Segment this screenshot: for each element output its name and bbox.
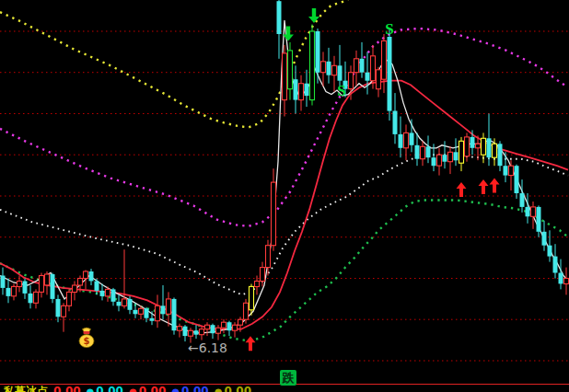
- candle: [277, 0, 282, 59]
- candle: [134, 303, 138, 318]
- value-dot-icon: ●: [215, 386, 223, 392]
- candle: [437, 148, 442, 176]
- candle: [205, 322, 210, 336]
- candle: [261, 262, 265, 287]
- candle: [12, 284, 17, 301]
- candle: [167, 292, 171, 326]
- candle: [95, 279, 99, 295]
- candle: [84, 271, 88, 290]
- candle: [553, 244, 558, 278]
- candle: [62, 303, 66, 331]
- candle: [23, 279, 28, 299]
- indicator-status-bar: 私募冰点0.00●0.00●0.00●0.00●0.00: [4, 386, 262, 392]
- indicator-value: 0.00: [96, 385, 123, 392]
- candle: [244, 299, 249, 324]
- indicator-name-label: 私募冰点: [4, 385, 48, 392]
- candle: [200, 327, 204, 340]
- indicator-value: 0.00: [53, 385, 81, 392]
- candle: [1, 268, 6, 295]
- candle: [117, 294, 122, 311]
- candle: [520, 179, 525, 213]
- candlestick-chart[interactable]: SS$←6.18: [0, 0, 569, 392]
- candle: [548, 230, 552, 261]
- price-annotation-label: ←6.18: [188, 340, 227, 355]
- candle: [299, 75, 304, 111]
- buy-arrow-icon: [246, 336, 256, 351]
- candle: [172, 297, 177, 334]
- candle: [29, 285, 33, 308]
- indicator-value: 0.00: [139, 385, 167, 392]
- candle: [161, 285, 166, 319]
- candle: [122, 249, 127, 308]
- candle: [393, 93, 398, 144]
- sell-s-marker: S: [385, 20, 393, 38]
- candle: [51, 273, 55, 304]
- candle: [504, 152, 508, 182]
- indicator-values: 0.00●0.00●0.00●0.00●0.00: [53, 385, 257, 392]
- candle: [73, 282, 77, 301]
- candle: [233, 322, 238, 337]
- sell-arrow-icon: [308, 8, 319, 23]
- value-dot-icon: ●: [129, 386, 137, 392]
- candle: [294, 65, 298, 113]
- candle: [366, 52, 370, 94]
- indicator-value: 0.00: [224, 385, 251, 392]
- candle: [410, 120, 414, 153]
- buy-arrow-icon: [457, 182, 467, 197]
- indicator-value: 0.00: [181, 385, 209, 392]
- candle: [382, 34, 387, 93]
- candle: [321, 52, 326, 86]
- value-dot-icon: ●: [87, 386, 95, 392]
- candle: [526, 193, 530, 224]
- candle: [156, 294, 160, 328]
- candle: [332, 56, 337, 92]
- candle: [459, 137, 464, 171]
- candle: [111, 288, 116, 306]
- candle: [45, 271, 50, 294]
- candle: [388, 29, 392, 121]
- candle: [487, 114, 492, 167]
- candle: [216, 325, 221, 340]
- fall-status-flag: 跌: [280, 370, 296, 386]
- candle: [211, 324, 215, 339]
- candle: [377, 67, 381, 98]
- candle: [67, 289, 72, 311]
- buy-arrow-icon: [479, 179, 489, 194]
- candle: [150, 311, 155, 325]
- candle: [178, 324, 182, 338]
- candle: [399, 117, 403, 158]
- value-dot-icon: ●: [171, 386, 180, 392]
- candle: [448, 146, 453, 174]
- candle: [106, 286, 110, 302]
- candle: [354, 51, 359, 86]
- candle: [17, 276, 22, 293]
- candle: [283, 45, 287, 117]
- candle: [415, 133, 420, 166]
- candle: [56, 294, 61, 322]
- candle: [194, 325, 199, 339]
- money-bag-icon: $: [79, 328, 94, 348]
- candle: [537, 205, 541, 236]
- candle: [542, 221, 547, 251]
- candle: [222, 319, 226, 333]
- candle: [426, 135, 431, 163]
- candle: [40, 273, 44, 298]
- candle: [6, 279, 11, 304]
- candle: [34, 289, 39, 308]
- candle: [465, 133, 470, 161]
- candle: [305, 70, 309, 107]
- candle: [498, 141, 503, 171]
- buy-arrow-icon: [490, 179, 500, 193]
- candle: [316, 29, 320, 84]
- trend-red-line: [0, 81, 568, 329]
- candle: [288, 42, 293, 100]
- candle: [509, 160, 514, 190]
- candle: [421, 141, 425, 166]
- candle: [564, 268, 569, 295]
- sell-s-marker: S: [337, 82, 345, 99]
- candle: [515, 165, 519, 199]
- candle: [227, 321, 232, 336]
- candle: [338, 45, 343, 86]
- candle: [404, 124, 409, 160]
- candle: [89, 269, 94, 285]
